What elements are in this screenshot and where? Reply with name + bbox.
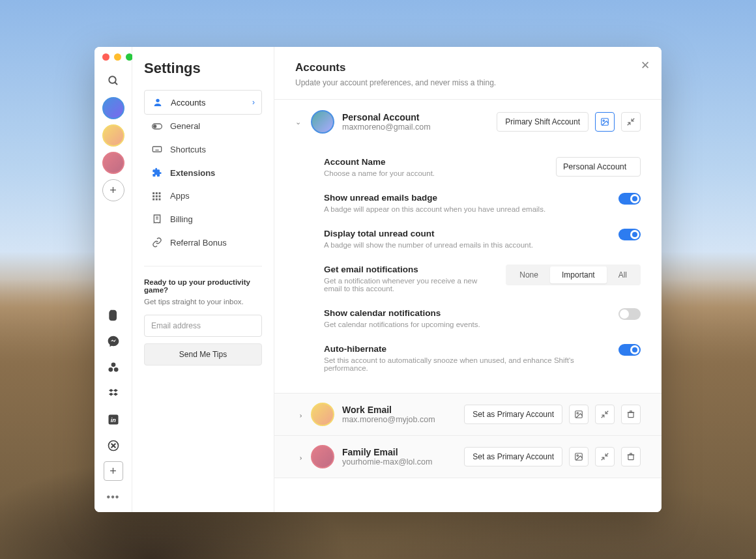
account-avatar-3[interactable]: [102, 152, 124, 174]
account-actions: Set as Primary Account: [464, 405, 641, 424]
nav-referral[interactable]: Referral Bonus: [144, 231, 262, 254]
setting-desc: A badge will appear on this account when…: [324, 205, 605, 213]
toggle-auto-hibernate[interactable]: [618, 344, 641, 356]
asana-icon[interactable]: [107, 361, 120, 374]
expand-button[interactable]: [595, 447, 615, 466]
account-block-personal: ⌄ Personal Account maxmoreno@gmail.com P…: [274, 100, 662, 394]
nav-shortcuts[interactable]: Shortcuts: [144, 137, 262, 161]
nav-billing[interactable]: Billing: [144, 207, 262, 231]
svg-point-2: [111, 363, 115, 367]
accounts-list: ⌄ Personal Account maxmoreno@gmail.com P…: [274, 100, 662, 512]
svg-text:in: in: [110, 417, 116, 423]
account-email: max.moreno@myjob.com: [342, 415, 456, 424]
chevron-right-icon[interactable]: ⌄: [295, 410, 304, 418]
user-icon: [153, 97, 163, 108]
minimize-dot[interactable]: [114, 53, 121, 61]
account-name-input[interactable]: [556, 157, 641, 177]
toggle-total-unread[interactable]: [618, 229, 641, 240]
svg-rect-16: [153, 192, 154, 194]
page-title: Accounts: [295, 61, 641, 74]
svg-rect-11: [153, 147, 161, 152]
divider: [144, 266, 262, 266]
primary-account-button[interactable]: Primary Shift Account: [497, 112, 589, 132]
tips-send-button[interactable]: Send Me Tips: [144, 343, 262, 366]
account-avatar-2[interactable]: [102, 124, 124, 147]
setting-title: Show unread emails badge: [324, 193, 605, 203]
change-photo-button[interactable]: [595, 112, 615, 132]
invision-icon[interactable]: in: [107, 413, 120, 426]
change-photo-button[interactable]: [569, 405, 589, 424]
account-block-work: ⌄ Work Email max.moreno@myjob.com Set as…: [274, 394, 662, 436]
account-actions: Primary Shift Account: [497, 112, 641, 132]
svg-point-10: [154, 125, 156, 128]
chevron-right-icon: ›: [252, 98, 255, 107]
delete-button[interactable]: [621, 447, 641, 466]
avatar: [311, 110, 334, 134]
nav-label: General: [170, 121, 200, 131]
setting-auto-hibernate: Auto-hibernate Set this account to autom…: [324, 336, 641, 380]
evernote-icon[interactable]: [107, 309, 120, 322]
set-primary-button[interactable]: Set as Primary Account: [464, 447, 562, 466]
more-icon[interactable]: •••: [107, 491, 120, 503]
tips-subtitle: Get tips straight to your inbox.: [144, 298, 262, 306]
seg-important[interactable]: Important: [550, 266, 607, 283]
svg-rect-31: [628, 412, 633, 418]
avatar: [311, 403, 334, 426]
dropbox-icon[interactable]: [107, 387, 120, 400]
setting-title: Get email notifications: [324, 265, 493, 274]
add-app-button[interactable]: +: [104, 461, 123, 481]
setting-desc: Get calendar notifications for upcoming …: [324, 321, 605, 328]
search-icon[interactable]: [108, 75, 119, 87]
svg-point-30: [577, 412, 578, 414]
account-avatar-1[interactable]: [102, 97, 124, 119]
seg-all[interactable]: All: [607, 266, 639, 283]
svg-rect-19: [153, 195, 154, 197]
setting-desc: Choose a name for your account.: [324, 169, 543, 177]
slack-icon[interactable]: [107, 439, 120, 452]
toggle-calendar-notif[interactable]: [618, 308, 641, 320]
svg-point-8: [156, 99, 159, 102]
add-account-button[interactable]: +: [102, 179, 124, 201]
account-header[interactable]: ⌄ Family Email yourhomie-max@lol.com Set…: [274, 436, 662, 478]
nav-label: Billing: [170, 214, 193, 224]
keyboard-icon: [152, 144, 162, 154]
svg-point-3: [108, 367, 113, 372]
svg-rect-20: [156, 195, 158, 197]
window-controls[interactable]: [94, 53, 133, 61]
tips-email-input[interactable]: [144, 315, 262, 337]
leftbar: + in + •••: [94, 47, 132, 512]
expand-button[interactable]: [595, 405, 615, 424]
nav-extensions[interactable]: Extensions: [144, 161, 262, 184]
main-header: Accounts Update your account preferences…: [274, 47, 662, 100]
nav-general[interactable]: General: [144, 115, 262, 137]
change-photo-button[interactable]: [569, 447, 589, 466]
svg-rect-18: [159, 192, 161, 194]
nav-label: Apps: [170, 191, 190, 201]
chevron-right-icon[interactable]: ⌄: [295, 453, 304, 461]
messenger-icon[interactable]: [107, 335, 120, 348]
collapse-button[interactable]: [621, 112, 641, 132]
account-name: Personal Account: [342, 112, 489, 122]
seg-none[interactable]: None: [508, 266, 550, 283]
account-info: Work Email max.moreno@myjob.com: [342, 405, 456, 424]
toggle-unread-badge[interactable]: [618, 193, 641, 205]
setting-title: Auto-hibernate: [324, 344, 605, 354]
app-window: + in + ••• Settings Accounts › General S…: [94, 47, 662, 512]
setting-title: Display total unread count: [324, 229, 605, 238]
set-primary-button[interactable]: Set as Primary Account: [464, 405, 562, 424]
nav-apps[interactable]: Apps: [144, 184, 262, 207]
close-dot[interactable]: [102, 53, 109, 61]
svg-rect-22: [153, 198, 154, 200]
avatar: [311, 445, 334, 468]
segmented-email-notif[interactable]: None Important All: [506, 265, 641, 285]
link-icon: [152, 237, 162, 248]
svg-point-0: [109, 76, 116, 83]
chevron-down-icon[interactable]: ⌄: [295, 118, 303, 126]
delete-button[interactable]: [621, 405, 641, 424]
svg-rect-17: [156, 192, 158, 194]
svg-point-4: [113, 367, 118, 372]
account-header[interactable]: ⌄ Personal Account maxmoreno@gmail.com P…: [274, 100, 662, 144]
account-header[interactable]: ⌄ Work Email max.moreno@myjob.com Set as…: [274, 394, 662, 435]
nav-accounts[interactable]: Accounts ›: [144, 90, 262, 115]
svg-rect-24: [159, 198, 161, 200]
